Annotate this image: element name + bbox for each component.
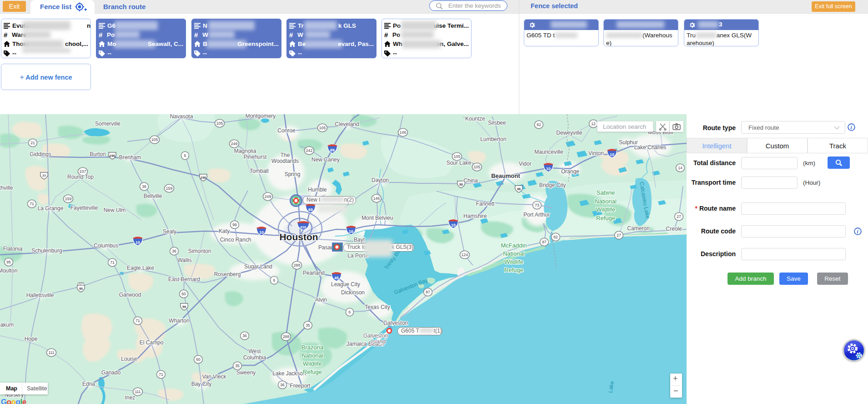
svg-text:League City: League City	[331, 281, 360, 288]
svg-text:10: 10	[135, 240, 140, 245]
svg-text:National: National	[595, 198, 617, 205]
svg-text:Houston: Houston	[279, 232, 318, 242]
svg-text:6: 6	[184, 153, 186, 158]
svg-text:Refuge: Refuge	[303, 369, 322, 375]
svg-text:242: 242	[306, 148, 313, 153]
svg-text:#: #	[194, 32, 198, 38]
svg-text:Moulton: Moulton	[0, 268, 17, 274]
svg-text:#: #	[289, 32, 293, 38]
svg-text:Bellville: Bellville	[144, 193, 162, 199]
svg-text:71: 71	[135, 318, 140, 323]
svg-text:Fannett: Fannett	[476, 201, 495, 207]
svg-text:35: 35	[235, 364, 240, 368]
svg-text:35: 35	[306, 323, 310, 328]
svg-text:National: National	[301, 352, 323, 359]
svg-text:Mont Belvieu: Mont Belvieu	[361, 215, 393, 221]
svg-text:Edna: Edna	[82, 381, 95, 387]
svg-text:36: 36	[280, 383, 285, 387]
svg-text:Montgomery: Montgomery	[246, 114, 276, 119]
svg-text:249: 249	[231, 141, 238, 146]
svg-text:Wildlife: Wildlife	[504, 258, 523, 265]
svg-text:27: 27	[617, 233, 621, 237]
svg-text:27: 27	[677, 214, 681, 219]
svg-text:Sabine: Sabine	[597, 189, 615, 196]
svg-text:Refuge: Refuge	[504, 267, 523, 273]
svg-text:Fayetteville: Fayetteville	[70, 205, 98, 211]
svg-text:105: 105	[151, 137, 158, 142]
svg-text:Navasota: Navasota	[170, 114, 193, 120]
svg-text:Conroe: Conroe	[277, 127, 296, 134]
svg-text:610: 610	[301, 225, 306, 229]
svg-text:288: 288	[294, 263, 301, 268]
svg-text:Pearland: Pearland	[303, 270, 325, 276]
svg-text:111: 111	[135, 389, 140, 394]
svg-text:77: 77	[42, 174, 46, 178]
svg-text:87: 87	[426, 290, 430, 294]
svg-text:Mauriceville: Mauriceville	[534, 149, 563, 155]
svg-text:Freeport: Freeport	[290, 383, 311, 389]
svg-text:Vinton: Vinton	[588, 150, 604, 157]
svg-text:New Caney: New Caney	[311, 157, 340, 163]
svg-text:14: 14	[678, 166, 682, 170]
svg-text:12: 12	[591, 121, 596, 126]
svg-text:Woodlands: Woodlands	[271, 158, 299, 164]
svg-text:Brazoria: Brazoria	[301, 344, 324, 351]
svg-text:Lake Charles: Lake Charles	[634, 144, 667, 151]
svg-text:oakum: oakum	[0, 322, 14, 328]
svg-text:95: 95	[6, 260, 11, 264]
svg-text:10: 10	[451, 223, 456, 227]
svg-text:The: The	[281, 152, 290, 158]
svg-text:Hope: Hope	[25, 336, 38, 342]
svg-text:90: 90	[459, 182, 463, 187]
svg-text:Deweyville: Deweyville	[556, 130, 582, 136]
svg-text:East Bernard: East Bernard	[168, 276, 200, 283]
svg-text:Burton: Burton	[90, 151, 105, 157]
svg-text:45: 45	[334, 276, 339, 280]
svg-text:Van Vleck: Van Vleck	[202, 374, 226, 380]
svg-text:Round Top: Round Top	[67, 174, 94, 180]
svg-text:Texas City: Texas City	[365, 304, 390, 310]
svg-text:Brenham: Brenham	[119, 154, 141, 161]
svg-text:Sweeny: Sweeny	[236, 369, 256, 376]
svg-text:Bay City: Bay City	[191, 381, 212, 387]
svg-text:288: 288	[283, 334, 290, 339]
svg-text:10: 10	[349, 229, 353, 234]
svg-text:Lumberton: Lumberton	[480, 136, 506, 142]
svg-text:Cleveland: Cleveland	[335, 121, 359, 127]
svg-text:Giddings: Giddings	[30, 151, 51, 157]
svg-text:60: 60	[196, 357, 201, 362]
svg-text:Dayton: Dayton	[371, 177, 389, 183]
svg-text:Dickinson: Dickinson	[341, 289, 365, 296]
svg-text:i: i	[857, 229, 858, 234]
svg-text:Cinco Ranch: Cinco Ranch	[220, 237, 251, 243]
svg-text:Wildlife: Wildlife	[303, 360, 322, 367]
svg-text:Beaumont: Beaumont	[491, 172, 520, 179]
svg-text:Creole: Creole	[666, 226, 682, 232]
svg-text:Lake Jackson: Lake Jackson	[272, 370, 306, 377]
svg-text:159: 159	[166, 186, 173, 191]
svg-text:Hamshire: Hamshire	[463, 213, 487, 219]
svg-text:10: 10	[546, 167, 551, 171]
svg-text:73: 73	[535, 203, 539, 207]
svg-text:i: i	[850, 125, 852, 130]
svg-text:Silsbee: Silsbee	[488, 120, 506, 126]
svg-text:Rosenberg: Rosenberg	[214, 271, 241, 278]
svg-text:Wallis: Wallis	[177, 257, 192, 263]
svg-text:Bridge City: Bridge City	[539, 182, 566, 188]
svg-text:105: 105	[216, 121, 223, 126]
svg-text:Kountze: Kountze	[465, 116, 485, 122]
svg-text:71: 71	[159, 372, 163, 377]
svg-text:290: 290	[201, 176, 206, 180]
svg-text:McFaddin: McFaddin	[501, 242, 527, 249]
svg-text:Simonton: Simonton	[188, 248, 211, 254]
svg-text:Schulenburg: Schulenburg	[31, 247, 62, 254]
svg-text:New Ulm: New Ulm	[104, 207, 126, 213]
svg-text:Bayt: Bayt	[354, 237, 365, 243]
svg-text:124: 124	[462, 252, 468, 257]
svg-text:71: 71	[30, 202, 34, 206]
svg-text:21: 21	[30, 141, 35, 145]
svg-text:87: 87	[542, 240, 547, 244]
svg-text:#: #	[99, 32, 103, 38]
svg-text:#: #	[384, 32, 388, 38]
svg-text:Sugar Land: Sugar Land	[244, 263, 272, 270]
